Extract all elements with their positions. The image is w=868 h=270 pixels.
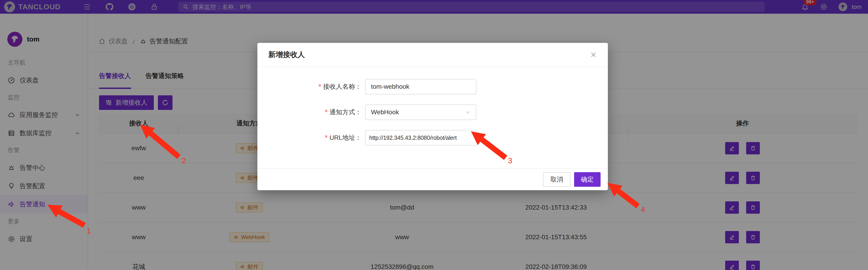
field-label: *通知方式： [257, 108, 362, 116]
app-window: TANCLOUD 搜索监控：名称、IP等 [0, 0, 868, 270]
modal-title: 新增接收人 [268, 50, 305, 60]
notify-method-select[interactable]: WebHook [365, 104, 476, 120]
required-mark: * [318, 83, 322, 90]
field-label: *URL地址： [257, 133, 362, 142]
required-mark: * [324, 108, 328, 116]
modal-footer: 取消 确定 [257, 168, 608, 190]
field-label: *接收人名称： [257, 82, 362, 91]
required-mark: * [324, 134, 328, 141]
cancel-button[interactable]: 取消 [543, 172, 570, 187]
modal-header: 新增接收人 [257, 43, 608, 67]
form-row-recipient-name: *接收人名称： tom-webhook [257, 79, 608, 94]
form-row-notify-method: *通知方式： WebHook [257, 104, 608, 120]
url-input[interactable]: http://192.345.43.2:8080/robot/alert [365, 130, 476, 145]
form-row-url: *URL地址： http://192.345.43.2:8080/robot/a… [257, 130, 608, 145]
modal-body: *接收人名称： tom-webhook *通知方式： WebHook *URL地… [257, 67, 608, 145]
close-icon[interactable] [590, 51, 597, 58]
chevron-down-icon [465, 109, 470, 115]
confirm-button[interactable]: 确定 [574, 172, 600, 187]
add-recipient-modal: 新增接收人 *接收人名称： tom-webhook *通知方式： WebHook… [257, 43, 608, 190]
recipient-name-input[interactable]: tom-webhook [365, 79, 476, 94]
